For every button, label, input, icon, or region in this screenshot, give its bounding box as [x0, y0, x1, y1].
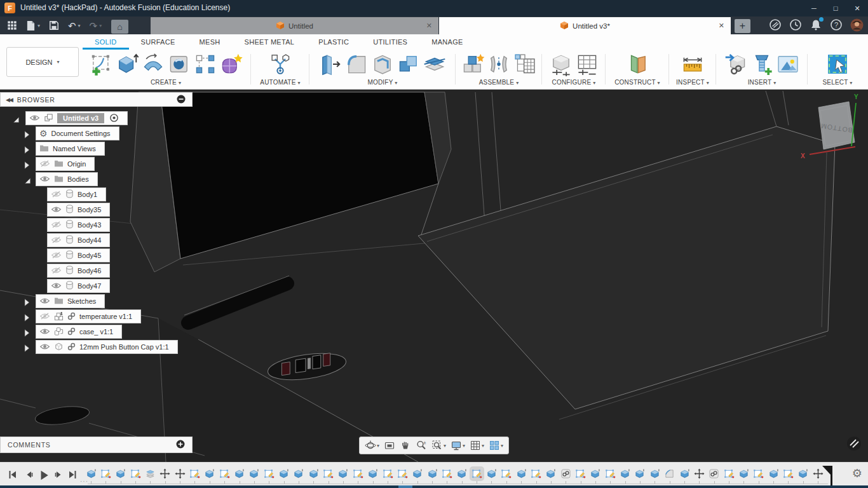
configuration-icon[interactable] — [549, 52, 573, 79]
timeline-feature-sketch[interactable] — [100, 468, 111, 479]
home-icon[interactable]: ⌂ — [111, 20, 128, 34]
save-icon[interactable] — [44, 17, 64, 34]
browser-header[interactable]: ◀◀ BROWSER — [0, 92, 193, 107]
browser-item-case-v1-1[interactable]: case_ v1:1 — [0, 324, 122, 339]
timeline-feature-extrude[interactable] — [293, 468, 304, 479]
extrude-icon[interactable] — [115, 52, 139, 79]
timeline-feature-extrude[interactable] — [456, 468, 467, 479]
timeline-feature-sketch[interactable] — [471, 468, 482, 479]
create-sketch-icon[interactable] — [89, 52, 113, 79]
zoom-icon[interactable]: ± — [414, 440, 429, 451]
timeline-feature-sketch[interactable] — [189, 468, 200, 479]
timeline-feature-move[interactable] — [694, 468, 705, 479]
timeline-feature-extrude[interactable] — [516, 468, 527, 479]
minimize-icon[interactable]: ─ — [803, 0, 825, 17]
timeline-feature-extrude[interactable] — [768, 468, 779, 479]
gear-icon[interactable]: ⚙ — [852, 468, 862, 479]
group-label-insert[interactable]: INSERT ▾ — [717, 79, 807, 86]
notifications-icon[interactable] — [810, 18, 822, 31]
timeline-feature-extrude[interactable] — [427, 468, 438, 479]
viewports-icon[interactable]: ▾ — [487, 440, 505, 451]
revolve-icon[interactable] — [141, 52, 165, 79]
new-component-icon[interactable] — [461, 52, 485, 79]
timeline-feature-link[interactable] — [709, 468, 719, 479]
timeline-feature-sketch[interactable] — [605, 468, 616, 479]
timeline-feature-sketch[interactable] — [323, 468, 334, 479]
comments-badge-icon[interactable] — [847, 437, 861, 451]
browser-item-body44[interactable]: Body44 — [0, 233, 110, 248]
timeline-feature-sketch[interactable] — [724, 468, 735, 479]
timeline-feature-sketch[interactable] — [264, 468, 275, 479]
timeline-feature-sketch[interactable] — [442, 468, 452, 479]
timeline-feature-extrude[interactable] — [337, 468, 348, 479]
hole-icon[interactable] — [167, 52, 191, 79]
browser-item-body46[interactable]: Body46 — [0, 263, 110, 278]
timeline-feature-extrude[interactable] — [412, 468, 423, 479]
close-icon[interactable]: ✕ — [719, 22, 724, 30]
browser-item-named-views[interactable]: Named Views — [0, 141, 105, 156]
browser-item-body45[interactable]: Body45 — [0, 248, 110, 263]
pan-icon[interactable] — [398, 440, 413, 451]
job-status-icon[interactable] — [789, 18, 802, 31]
eye-hidden-icon[interactable] — [39, 160, 50, 168]
timeline-feature-extrude[interactable] — [278, 468, 289, 479]
play-icon[interactable] — [38, 470, 50, 484]
undo-icon[interactable]: ↶▾ — [64, 17, 85, 34]
ribbon-tab-sheet-metal[interactable]: SHEET METAL — [233, 34, 307, 50]
eye-hidden-icon[interactable] — [51, 236, 62, 245]
timeline-feature-sketch[interactable] — [783, 468, 794, 479]
timeline-feature-extrude[interactable] — [797, 468, 808, 479]
skip-end-icon[interactable] — [67, 470, 78, 482]
measure-icon[interactable] — [681, 52, 705, 79]
split-body-icon[interactable] — [423, 52, 447, 79]
group-label-assemble[interactable]: ASSEMBLE ▾ — [456, 79, 541, 86]
extensions-icon[interactable] — [769, 18, 782, 31]
group-label-inspect[interactable]: INSPECT ▾ — [670, 79, 715, 86]
eye-visible-icon[interactable] — [39, 328, 50, 336]
timeline-feature-extrude[interactable] — [620, 468, 630, 479]
orbit-icon[interactable]: ▾ — [363, 440, 381, 451]
timeline-feature-extrude[interactable] — [590, 468, 600, 479]
timeline-feature-extrude[interactable] — [115, 468, 126, 479]
timeline-feature-extrude[interactable] — [679, 468, 690, 479]
playhead-line[interactable] — [831, 466, 832, 485]
group-label-automate[interactable]: AUTOMATE ▾ — [252, 79, 309, 86]
group-label-configure[interactable]: CONFIGURE ▾ — [543, 79, 605, 86]
expander-collapsed-icon[interactable] — [24, 328, 30, 339]
expander-collapsed-icon[interactable] — [24, 297, 30, 309]
ribbon-tab-solid[interactable]: SOLID — [83, 34, 129, 50]
step-back-icon[interactable] — [24, 470, 34, 482]
timeline-feature-extrude[interactable] — [545, 468, 556, 479]
expander-collapsed-icon[interactable] — [24, 343, 30, 355]
plus-circle-icon[interactable] — [176, 440, 185, 450]
ribbon-tab-utilities[interactable]: UTILITIES — [361, 34, 419, 50]
timeline-feature-fillet[interactable] — [664, 468, 675, 479]
playhead-marker[interactable] — [822, 466, 831, 475]
ribbon-tab-mesh[interactable]: MESH — [187, 34, 233, 50]
timeline-feature-sketch[interactable] — [501, 468, 512, 479]
browser-item-sketches[interactable]: Sketches — [0, 294, 105, 309]
timeline-feature-sketch[interactable] — [130, 468, 141, 479]
eye-hidden-icon[interactable] — [51, 191, 62, 199]
ribbon-tab-surface[interactable]: SURFACE — [129, 34, 187, 50]
joint-icon[interactable] — [487, 52, 511, 79]
timeline-feature-move[interactable] — [159, 468, 170, 479]
timeline-feature-extrude[interactable] — [86, 468, 97, 479]
insert-fastener-icon[interactable] — [750, 52, 774, 79]
construction-plane-icon[interactable] — [625, 52, 649, 79]
timeline-feature-extrude[interactable] — [486, 468, 497, 479]
collapse-panel-icon[interactable]: ◀◀ — [6, 97, 12, 103]
browser-item-bodies[interactable]: Bodies — [0, 172, 98, 187]
help-icon[interactable]: ? — [830, 18, 843, 31]
maximize-icon[interactable]: □ — [825, 0, 846, 17]
eye-visible-icon[interactable] — [51, 206, 62, 214]
look-at-icon[interactable] — [382, 440, 397, 451]
expander-collapsed-icon[interactable] — [24, 160, 30, 172]
skip-start-icon[interactable] — [8, 470, 18, 482]
viewport-canvas[interactable]: BOTTOM Y X ◀◀ BROWSER Untitled v3⚙Docum — [0, 90, 868, 462]
model-scene[interactable]: BOTTOM Y X — [0, 90, 868, 462]
group-label-create[interactable]: CREATE ▾ — [81, 79, 250, 86]
browser-item-untitled-v3[interactable]: Untitled v3 — [0, 111, 128, 126]
expander-collapsed-icon[interactable] — [24, 313, 30, 324]
browser-item-body1[interactable]: Body1 — [0, 187, 106, 202]
